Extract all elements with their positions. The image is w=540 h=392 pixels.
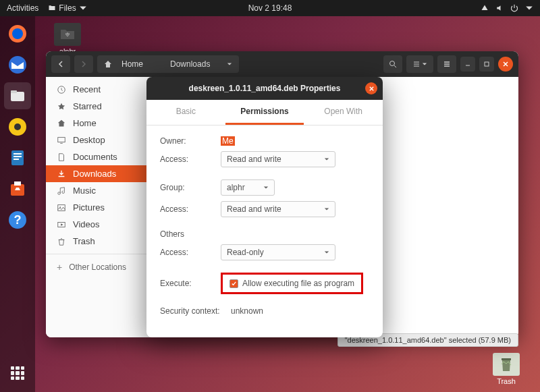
home-icon [104, 60, 112, 68]
minimize-button[interactable] [460, 57, 475, 72]
dock: ? [0, 16, 35, 392]
others-label: Others [160, 229, 214, 239]
close-button[interactable] [498, 57, 513, 72]
svg-rect-8 [14, 153, 22, 155]
execute-label: Execute: [160, 279, 214, 288]
activities-button[interactable]: Activities [7, 3, 38, 13]
check-icon [231, 281, 237, 287]
svg-rect-9 [14, 156, 22, 157]
chevron-down-icon [324, 157, 329, 162]
others-access-label: Access: [160, 248, 214, 257]
search-button[interactable] [383, 55, 402, 73]
desktop-icon [57, 136, 66, 145]
apps-grid-icon [11, 366, 24, 380]
trash-icon [57, 237, 66, 246]
dock-firefox[interactable] [4, 20, 31, 47]
folder-icon [60, 28, 75, 40]
maximize-button[interactable] [479, 57, 494, 72]
svg-point-6 [14, 123, 21, 130]
execute-checkbox-label[interactable]: Allow executing file as program [242, 279, 354, 288]
svg-rect-4 [11, 90, 17, 93]
hamburger-button[interactable] [437, 55, 456, 73]
clock-icon [57, 85, 66, 94]
dialog-titlebar[interactable]: deskreen_1.0.11_amd64.deb Properties [146, 77, 383, 100]
dialog-close-button[interactable] [365, 82, 377, 94]
chevron-down-icon [227, 61, 232, 67]
svg-rect-3 [11, 92, 24, 101]
document-icon [57, 152, 66, 162]
dock-rhythmbox[interactable] [4, 113, 31, 140]
svg-rect-7 [11, 150, 24, 165]
group-access-combo[interactable]: Read and write [221, 201, 335, 217]
dock-files[interactable] [4, 82, 31, 109]
dialog-title: deskreen_1.0.11_amd64.deb Properties [189, 84, 341, 93]
app-menu[interactable]: Files [48, 3, 86, 13]
dock-thunderbird[interactable] [4, 51, 31, 78]
top-panel: Activities Files Nov 2 19:48 [0, 0, 540, 16]
list-icon [412, 60, 421, 68]
chevron-down-icon [422, 61, 427, 67]
chevron-down-icon [324, 250, 329, 255]
menu-icon [443, 60, 451, 68]
music-icon [57, 186, 66, 196]
chevron-down-icon [263, 185, 269, 190]
show-applications[interactable] [4, 360, 31, 387]
picture-icon [57, 203, 66, 213]
forward-button[interactable] [74, 55, 93, 73]
dock-writer[interactable] [4, 144, 31, 171]
tab-permissions[interactable]: Permissions [225, 100, 304, 125]
system-tray[interactable] [481, 4, 533, 12]
svg-text:?: ? [14, 213, 22, 227]
chevron-down-icon [79, 4, 87, 12]
chevron-down-icon [525, 4, 533, 12]
svg-rect-10 [14, 159, 19, 160]
video-icon [57, 220, 66, 229]
dock-help[interactable]: ? [4, 206, 31, 233]
svg-rect-16 [485, 62, 489, 66]
home-icon [57, 119, 66, 128]
dialog-tabs: Basic Permissions Open With [146, 100, 383, 125]
svg-point-2 [9, 56, 26, 74]
desktop-folder-alphr[interactable]: alphr [47, 23, 88, 55]
path-home[interactable]: Home [97, 55, 157, 73]
tab-basic[interactable]: Basic [146, 100, 225, 125]
execute-highlight: Allow executing file as program [221, 273, 363, 294]
close-icon [369, 86, 375, 92]
tab-openwith[interactable]: Open With [304, 100, 383, 125]
owner-access-combo[interactable]: Read and write [221, 151, 335, 167]
network-icon [481, 4, 489, 12]
svg-point-1 [12, 28, 23, 39]
svg-rect-18 [58, 137, 65, 142]
group-label: Group: [160, 183, 214, 192]
view-list-button[interactable] [406, 55, 433, 73]
volume-icon [495, 4, 504, 12]
owner-access-label: Access: [160, 155, 214, 164]
execute-checkbox[interactable] [230, 279, 238, 288]
power-icon [510, 4, 518, 12]
group-combo[interactable]: alphr [221, 179, 275, 196]
search-icon [389, 60, 397, 68]
svg-rect-14 [502, 358, 511, 360]
download-icon [57, 169, 66, 179]
star-icon [57, 102, 66, 111]
security-context-value: unknown [231, 306, 263, 316]
files-titlebar[interactable]: Home Downloads [46, 51, 518, 77]
clock[interactable]: Nov 2 19:48 [248, 3, 292, 13]
path-downloads[interactable]: Downloads [157, 55, 239, 73]
owner-label: Owner: [160, 136, 214, 146]
back-button[interactable] [51, 55, 70, 73]
chevron-down-icon [324, 206, 329, 212]
path-bar[interactable]: Home Downloads [97, 55, 239, 73]
folder-icon [48, 4, 56, 12]
close-icon [502, 61, 509, 67]
desktop-trash[interactable]: Trash [486, 353, 526, 385]
dock-software[interactable] [4, 175, 31, 202]
security-context-label: Security context: [160, 306, 224, 316]
svg-point-15 [390, 61, 395, 66]
others-access-combo[interactable]: Read-only [221, 244, 335, 260]
owner-value: Me [221, 136, 235, 146]
group-access-label: Access: [160, 204, 214, 214]
properties-dialog: deskreen_1.0.11_amd64.deb Properties Bas… [146, 77, 383, 337]
trash-icon [500, 356, 513, 372]
